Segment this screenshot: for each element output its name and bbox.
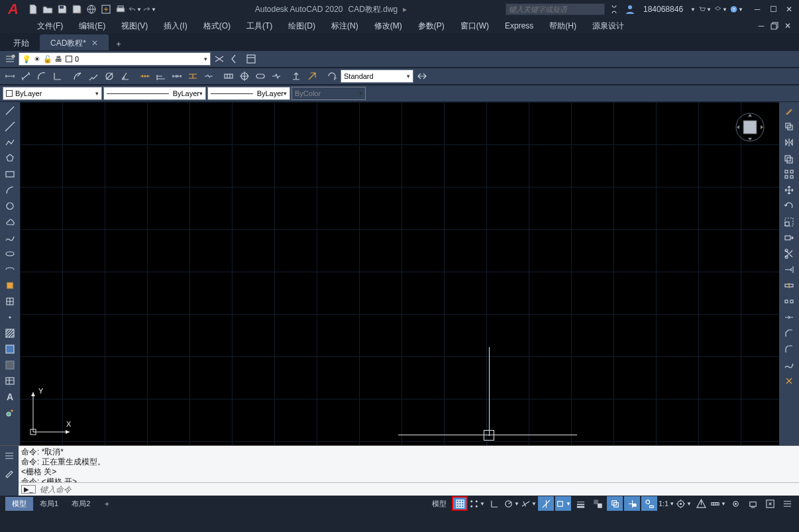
copy-icon[interactable] (782, 119, 796, 134)
rotate-icon[interactable] (782, 199, 796, 213)
search-input[interactable] (506, 3, 605, 15)
doc-close-icon[interactable]: ✕ (782, 20, 794, 32)
undo-icon[interactable]: ▼ (129, 3, 142, 16)
hatch-icon[interactable] (2, 326, 18, 341)
break-icon[interactable] (782, 294, 796, 309)
menu-视图v[interactable]: 视图(V) (113, 19, 156, 33)
dim-continue-icon[interactable] (170, 69, 184, 83)
drawing-canvas[interactable]: Y X (20, 102, 779, 445)
layout-tab[interactable]: 模型 (5, 497, 33, 511)
mtext-icon[interactable]: A (2, 390, 18, 404)
layer-match-icon[interactable] (212, 52, 227, 66)
lineweight-toggle-icon[interactable] (572, 496, 588, 511)
polygon-icon[interactable] (2, 151, 18, 166)
quick-properties-icon[interactable] (641, 496, 657, 511)
user-id[interactable]: 184068846 (643, 5, 683, 14)
ellipse-arc-icon[interactable] (2, 262, 18, 277)
dimstyle-dropdown[interactable]: Standard▾ (341, 70, 413, 83)
dim-space-icon[interactable] (186, 69, 200, 83)
user-dropdown-icon[interactable]: ▼ (690, 7, 696, 13)
new-icon[interactable] (27, 3, 40, 16)
ortho-icon[interactable] (486, 496, 502, 511)
extend-icon[interactable] (782, 262, 796, 277)
move-icon[interactable] (782, 183, 796, 197)
menu-express[interactable]: Express (497, 20, 541, 32)
doc-minimize-icon[interactable]: ─ (755, 20, 767, 32)
app-logo-icon[interactable]: A (4, 0, 23, 19)
cmd-customize-icon[interactable] (2, 466, 17, 480)
doc-tab[interactable]: 开始 (3, 34, 40, 50)
plot-icon[interactable] (114, 3, 127, 16)
gradient-icon[interactable] (2, 342, 18, 356)
web-save-icon[interactable] (99, 3, 113, 16)
circle-icon[interactable] (2, 199, 18, 213)
otrack-icon[interactable] (538, 496, 554, 511)
menu-窗口w[interactable]: 窗口(W) (453, 19, 497, 33)
minimize-icon[interactable]: ─ (751, 3, 763, 15)
lineweight-dropdown[interactable]: ByLayer▾ (207, 87, 290, 100)
redo-icon[interactable]: ▼ (143, 3, 156, 16)
menu-帮助h[interactable]: 帮助(H) (541, 19, 584, 33)
cart-icon[interactable]: ▼ (698, 3, 712, 16)
line-icon[interactable] (2, 103, 18, 118)
anno-scale-icon[interactable]: 1:1▼ (659, 496, 674, 511)
dim-jogged-icon[interactable] (86, 69, 101, 83)
dim-diameter-icon[interactable] (102, 69, 117, 83)
menu-绘图d[interactable]: 绘图(D) (280, 19, 323, 33)
cmd-recent-icon[interactable] (2, 449, 17, 463)
tolerance-icon[interactable] (221, 69, 236, 83)
tab-close-icon[interactable]: ✕ (91, 38, 98, 48)
dyn-input-icon[interactable] (624, 496, 640, 511)
viewcube-icon[interactable] (735, 113, 765, 142)
inspection-icon[interactable] (253, 69, 268, 83)
polar-icon[interactable]: ▼ (504, 496, 519, 511)
revcloud-icon[interactable] (2, 215, 18, 229)
menu-修改m[interactable]: 修改(M) (366, 19, 410, 33)
save-icon[interactable] (56, 3, 69, 16)
color-dropdown[interactable]: ByLayer▾ (3, 87, 102, 100)
scale-icon[interactable] (782, 215, 796, 229)
polyline-icon[interactable] (2, 135, 18, 150)
ellipse-icon[interactable] (2, 246, 18, 261)
units-icon[interactable]: ▼ (710, 496, 726, 511)
doc-tab[interactable]: CAD教程*✕ (40, 34, 109, 50)
menu-源泉设计[interactable]: 源泉设计 (584, 19, 632, 33)
trim-icon[interactable] (782, 246, 796, 261)
anno-monitor-icon[interactable] (693, 496, 709, 511)
status-model-label[interactable]: 模型 (428, 499, 451, 509)
dim-arc-icon[interactable] (34, 69, 49, 83)
menu-编辑e[interactable]: 编辑(E) (71, 19, 113, 33)
dim-update-icon[interactable] (325, 69, 339, 83)
snap-toggle-icon[interactable]: ▼ (469, 496, 485, 511)
menu-插入i[interactable]: 插入(I) (156, 19, 195, 33)
center-mark-icon[interactable] (237, 69, 252, 83)
doc-restore-icon[interactable] (769, 20, 780, 32)
close-icon[interactable]: ✕ (783, 3, 795, 15)
open-icon[interactable] (41, 3, 54, 16)
jogged-linear-icon[interactable] (269, 69, 284, 83)
layout-tab[interactable]: 布局1 (33, 497, 65, 511)
web-open-icon[interactable] (85, 3, 98, 16)
selection-cycling-icon[interactable] (607, 496, 623, 511)
saveas-icon[interactable] (70, 3, 83, 16)
isolate-icon[interactable] (727, 496, 743, 511)
grid-toggle-icon[interactable] (452, 496, 468, 511)
menu-标注n[interactable]: 标注(N) (323, 19, 366, 33)
menu-文件f[interactable]: 文件(F) (29, 19, 71, 33)
point-icon[interactable] (2, 310, 18, 325)
explode-icon[interactable] (782, 374, 796, 388)
chamfer-icon[interactable] (782, 326, 796, 341)
customize-status-icon[interactable] (779, 496, 795, 511)
menu-格式o[interactable]: 格式(O) (195, 19, 239, 33)
layer-previous-icon[interactable] (228, 52, 242, 66)
dim-tedit-icon[interactable] (305, 69, 319, 83)
osnap-icon[interactable]: ▼ (555, 496, 571, 511)
transparency-icon[interactable] (590, 496, 606, 511)
table-icon[interactable] (2, 374, 18, 388)
offset-icon[interactable] (782, 151, 796, 166)
rectangle-icon[interactable] (2, 167, 18, 182)
isodraft-icon[interactable]: ▼ (521, 496, 537, 511)
arc-icon[interactable] (2, 183, 18, 197)
blend-icon[interactable] (782, 358, 796, 372)
hardware-accel-icon[interactable] (745, 496, 761, 511)
